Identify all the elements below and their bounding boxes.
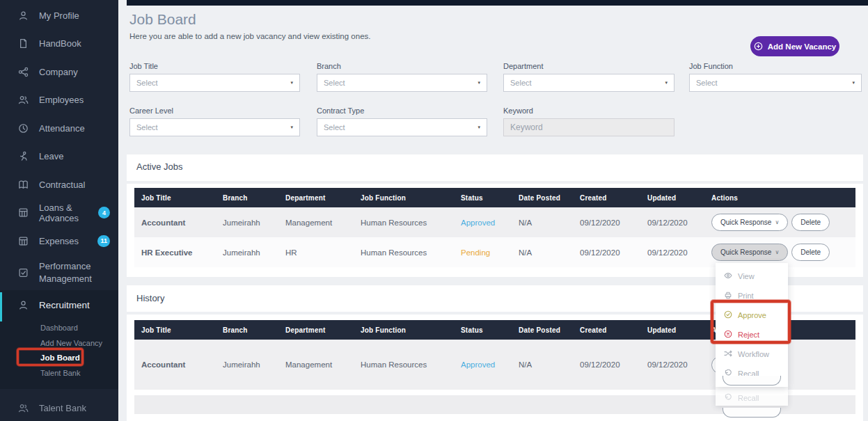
filter-label-department: Department bbox=[503, 62, 543, 70]
column-header: Job Title bbox=[134, 188, 216, 207]
active-jobs-table: Job TitleBranchDepartmentJob FunctionSta… bbox=[134, 188, 855, 267]
share-icon bbox=[18, 67, 29, 77]
cell-date-posted: N/A bbox=[512, 207, 573, 237]
delete-button[interactable]: Delete bbox=[791, 244, 830, 261]
menu-item-label: Recall bbox=[738, 394, 759, 402]
cell-job-title: HR Executive bbox=[134, 237, 216, 267]
column-header: Branch bbox=[216, 320, 278, 340]
table-row: AccountantJumeirahhManagementHuman Resou… bbox=[134, 207, 855, 237]
cell-status: Pending bbox=[454, 237, 512, 267]
caret-down-icon: ▾ bbox=[478, 125, 480, 130]
cell-job-function: Human Resources bbox=[354, 207, 454, 237]
column-header: Status bbox=[454, 188, 512, 207]
sidebar-item-leave[interactable]: Leave bbox=[0, 143, 118, 171]
cell-job-title: Accountant bbox=[134, 340, 216, 390]
add-new-vacancy-label: Add New Vacancy bbox=[768, 42, 836, 51]
sidebar-item-label: Recruitment bbox=[39, 300, 90, 310]
users-icon bbox=[18, 95, 29, 105]
sidebar-item-recruitment[interactable]: Recruitment bbox=[0, 290, 118, 321]
sidebar-item-contractual[interactable]: Contractual bbox=[0, 170, 118, 199]
cell-job-function: Human Resources bbox=[354, 340, 454, 390]
menu-item-recall-ghost: Recall bbox=[716, 388, 788, 408]
caret-down-icon: ▾ bbox=[290, 125, 293, 130]
sidebar-item-expenses[interactable]: Expenses11 bbox=[0, 227, 118, 255]
add-new-vacancy-button[interactable]: Add New Vacancy bbox=[750, 36, 839, 56]
cell-job-title: Accountant bbox=[134, 207, 216, 237]
cell-created: 09/12/2020 bbox=[573, 340, 640, 390]
sidebar-item-attendance[interactable]: Attendance bbox=[0, 114, 118, 143]
column-header: Status bbox=[454, 320, 512, 340]
column-header: Actions bbox=[704, 188, 855, 207]
quick-response-button[interactable]: Quick Response∨ bbox=[711, 244, 788, 261]
quick-response-button[interactable]: Quick Response∨ bbox=[711, 214, 788, 231]
action-button-label: Quick Response bbox=[720, 219, 771, 226]
sidebar-bottom: Talent Bank bbox=[0, 389, 118, 421]
column-header: Branch bbox=[216, 188, 278, 207]
sidebar-subitem-dashboard[interactable]: Dashboard bbox=[0, 321, 118, 336]
active-jobs-title: Active Jobs bbox=[136, 161, 182, 172]
checkbox-icon bbox=[18, 267, 29, 278]
sidebar-item-employees[interactable]: Employees bbox=[0, 86, 118, 115]
filter-select-career-level[interactable]: Select▾ bbox=[129, 118, 300, 136]
quick-response-menu-ghost: Recall bbox=[716, 387, 788, 406]
sidebar-subitem-talent-bank[interactable]: Talent Bank bbox=[0, 365, 118, 381]
column-header: Date Posted bbox=[512, 320, 573, 340]
filter-select-job-title[interactable]: Select▾ bbox=[129, 74, 300, 92]
cell-created: 09/12/2020 bbox=[573, 237, 640, 267]
sidebar-item-label: Talent Bank bbox=[39, 403, 86, 413]
sidebar-section-recruitment: RecruitmentDashboardAdd New VacancyJob B… bbox=[0, 290, 118, 389]
sidebar-item-label: Contractual bbox=[39, 180, 85, 190]
document-icon bbox=[18, 38, 29, 49]
column-header: Job Title bbox=[134, 320, 216, 340]
cell-department: Management bbox=[278, 207, 354, 237]
cell-status: Approved bbox=[454, 340, 512, 390]
app-root: My ProfileHandBookCompanyEmployeesAttend… bbox=[0, 0, 868, 421]
column-header: Created bbox=[573, 320, 640, 340]
hidden-button-arc bbox=[723, 376, 781, 386]
sidebar-item-loans-advances[interactable]: Loans & Advances4 bbox=[0, 199, 118, 228]
action-button-label: Delete bbox=[800, 248, 821, 256]
notification-badge: 4 bbox=[98, 207, 110, 219]
sidebar-item-my-profile[interactable]: My Profile bbox=[0, 1, 118, 30]
column-header: Updated bbox=[640, 188, 704, 207]
filter-select-job-function[interactable]: Select▾ bbox=[689, 74, 862, 92]
caret-down-icon: ▾ bbox=[665, 80, 668, 86]
filter-label-job-title: Job Title bbox=[129, 62, 158, 70]
printer-icon bbox=[724, 291, 732, 301]
sidebar-nav: My ProfileHandBookCompanyEmployeesAttend… bbox=[0, 1, 118, 290]
column-header: Updated bbox=[640, 320, 704, 340]
filter-input-keyword[interactable] bbox=[503, 118, 674, 136]
book-icon bbox=[18, 180, 29, 190]
grid-icon bbox=[18, 236, 29, 246]
page-title: Job Board bbox=[129, 11, 196, 28]
caret-down-icon: ▾ bbox=[478, 80, 480, 86]
hidden-button-arc-2 bbox=[723, 408, 781, 418]
cell-created: 09/12/2020 bbox=[573, 207, 640, 237]
sidebar-item-label: My Profile bbox=[39, 10, 79, 21]
filter-select-branch[interactable]: Select▾ bbox=[317, 74, 487, 92]
sidebar-item-label: Attendance bbox=[39, 123, 85, 134]
annotation-rect-job-board bbox=[17, 348, 84, 366]
sidebar-item-company[interactable]: Company bbox=[0, 58, 118, 86]
sidebar-item-talent-bank[interactable]: Talent Bank bbox=[0, 395, 118, 421]
cell-branch: Jumeirahh bbox=[216, 340, 278, 390]
table-header-row: Job TitleBranchDepartmentJob FunctionSta… bbox=[134, 188, 855, 207]
delete-button[interactable]: Delete bbox=[791, 214, 830, 231]
column-header: Department bbox=[278, 188, 354, 207]
select-value: Select bbox=[324, 123, 345, 132]
caret-down-icon: ∨ bbox=[775, 249, 779, 255]
sidebar-item-performance-management[interactable]: Performance Management bbox=[0, 255, 118, 290]
menu-item-workflow[interactable]: Workflow bbox=[716, 344, 788, 364]
cell-branch: Jumeirahh bbox=[216, 237, 278, 267]
grid-icon bbox=[18, 207, 29, 218]
filter-select-department[interactable]: Select▾ bbox=[503, 74, 674, 92]
menu-item-view[interactable]: View bbox=[716, 267, 788, 286]
sidebar-item-label: Company bbox=[39, 67, 78, 77]
sidebar-item-handbook[interactable]: HandBook bbox=[0, 30, 118, 58]
filter-select-contract-type[interactable]: Select▾ bbox=[317, 118, 487, 136]
history-title: History bbox=[136, 293, 164, 303]
cell-updated: 09/12/2020 bbox=[640, 207, 704, 237]
column-header: Date Posted bbox=[512, 188, 573, 207]
cell-updated: 09/12/2020 bbox=[640, 237, 704, 267]
annotation-rect-approve-reject bbox=[711, 300, 791, 344]
